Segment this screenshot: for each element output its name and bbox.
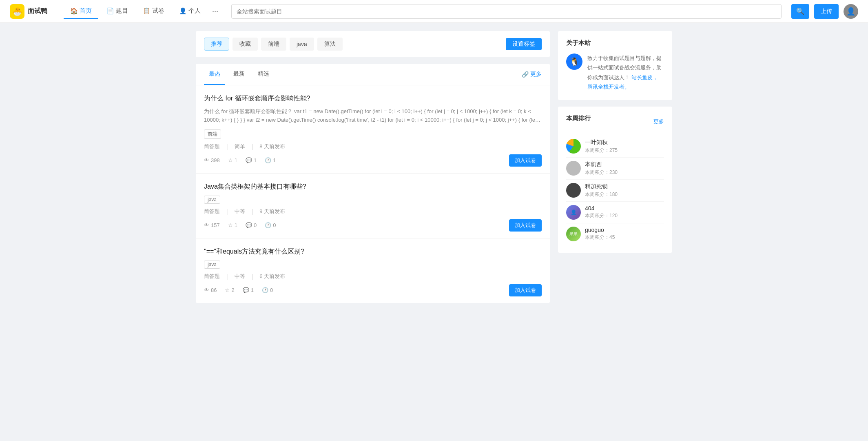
star-stat: ☆ 1: [228, 222, 237, 228]
question-tags: 前端: [204, 129, 542, 139]
rank-name: 一叶知秋: [585, 139, 664, 146]
rank-avatar: 👤: [566, 205, 581, 220]
question-title[interactable]: Java集合类框架的基本接口有哪些?: [204, 182, 542, 192]
tag-collect[interactable]: 收藏: [232, 38, 258, 51]
tab-hot[interactable]: 最热: [204, 64, 225, 85]
clock-icon: 🕐: [262, 287, 268, 293]
tag-algorithm[interactable]: 算法: [317, 38, 343, 51]
nav-item-home[interactable]: 🏠 首页: [64, 4, 98, 19]
about-link-2[interactable]: 腾讯全栈开发者。: [587, 84, 630, 90]
comment-stat: 💬 1: [246, 157, 257, 163]
comment-icon: 💬: [246, 222, 252, 228]
clock-icon: 🕐: [265, 157, 271, 163]
search-icon: 🔍: [796, 7, 804, 15]
about-content: 🐧 致力于收集面试题目与题解，提供一站式面试备战交流服务，助你成为面试达人！ 站…: [566, 53, 664, 92]
question-footer: 👁 86 ☆ 2 💬 1 🕐 0: [204, 284, 542, 296]
set-tags-button[interactable]: 设置标签: [506, 38, 542, 50]
ranking-title: 本周排行: [566, 115, 591, 122]
tags-bar: 推荐 收藏 前端 java 算法 设置标签: [196, 31, 550, 57]
rank-info: 本凯西 本周积分：230: [585, 161, 664, 176]
tag-java[interactable]: java: [290, 38, 314, 51]
about-card: 关于本站 🐧 致力于收集面试题目与题解，提供一站式面试备战交流服务，助你成为面试…: [558, 31, 672, 100]
rank-score: 本周积分：275: [585, 147, 664, 154]
view-stat: 👁 398: [204, 157, 220, 163]
rank-name: 404: [585, 205, 664, 212]
add-to-exam-button[interactable]: 加入试卷: [509, 154, 542, 167]
tag-recommend[interactable]: 推荐: [204, 38, 229, 51]
question-desc: 为什么 for 循环嵌套顺序会影响性能？ var t1 = new Date()…: [204, 107, 542, 125]
upload-button[interactable]: 上传: [814, 4, 839, 19]
tag-frontend[interactable]: 前端: [261, 38, 286, 51]
logo[interactable]: 🐣 面试鸭: [10, 4, 47, 19]
header: 🐣 面试鸭 🏠 首页 📄 题目 📋 试卷 👤 个人 ··· 🔍 上传 👤: [0, 0, 868, 23]
nav-item-exams[interactable]: 📋 试卷: [136, 4, 171, 19]
doc-icon: 📄: [106, 7, 114, 15]
about-link-1[interactable]: 站长鱼皮，: [631, 74, 658, 80]
tab-latest[interactable]: 最新: [228, 64, 250, 85]
rank-item: 👤 404 本周积分：120: [566, 202, 664, 223]
question-tag[interactable]: java: [204, 261, 220, 269]
search-button[interactable]: 🔍: [791, 4, 809, 19]
question-time: 9 天前发布: [259, 208, 285, 215]
file-icon: 📋: [143, 7, 151, 15]
left-panel: 推荐 收藏 前端 java 算法 设置标签 最热 最新 精选 🔗 更多: [196, 31, 550, 303]
rank-name: 稍加死锁: [585, 183, 664, 190]
logo-icon: 🐣: [10, 4, 24, 19]
rank-score: 本周积分：45: [585, 234, 664, 241]
question-stats: 👁 398 ☆ 1 💬 1 🕐 1: [204, 157, 509, 163]
rank-name: guoguo: [585, 227, 664, 233]
question-item: 为什么 for 循环嵌套顺序会影响性能? 为什么 for 循环嵌套顺序会影响性能…: [196, 85, 550, 174]
question-meta: 简答题 | 中等 | 6 天前发布: [204, 273, 542, 280]
rank-avatar: [566, 161, 581, 176]
rank-info: 一叶知秋 本周积分：275: [585, 139, 664, 154]
question-title[interactable]: "=="和equals方法究竟有什么区别?: [204, 247, 542, 256]
comment-icon: 💬: [243, 287, 249, 293]
star-icon: ☆: [225, 287, 230, 293]
rank-score: 本周积分：230: [585, 169, 664, 176]
sub-tabs: 最热 最新 精选 🔗 更多: [196, 64, 550, 85]
question-type: 简答题: [204, 208, 220, 215]
question-difficulty: 中等: [235, 208, 245, 215]
main-nav: 🏠 首页 📄 题目 📋 试卷 👤 个人 ···: [64, 4, 221, 19]
nav-item-questions[interactable]: 📄 题目: [100, 4, 135, 19]
nav-item-personal[interactable]: 👤 个人: [173, 4, 207, 19]
rank-item: 一叶知秋 本周积分：275: [566, 136, 664, 158]
view-stat: 👁 157: [204, 222, 220, 228]
question-meta: 简答题 | 简单 | 8 天前发布: [204, 143, 542, 150]
comment-icon: 💬: [246, 157, 252, 163]
star-stat: ☆ 1: [228, 157, 237, 163]
ranking-more[interactable]: 更多: [653, 118, 664, 125]
site-avatar: 🐧: [566, 53, 582, 70]
add-to-exam-button[interactable]: 加入试卷: [509, 284, 542, 296]
question-item: Java集合类框架的基本接口有哪些? java 简答题 | 中等 | 9 天前发…: [196, 174, 550, 238]
rank-score: 本周积分：120: [585, 212, 664, 219]
user-avatar[interactable]: 👤: [844, 4, 858, 19]
star-icon: ☆: [228, 157, 233, 163]
rank-avatar: [566, 183, 581, 198]
question-stats: 👁 86 ☆ 2 💬 1 🕐 0: [204, 287, 509, 293]
search-input[interactable]: [231, 4, 782, 19]
question-tag[interactable]: 前端: [204, 129, 221, 139]
question-time: 8 天前发布: [259, 143, 285, 150]
question-title[interactable]: 为什么 for 循环嵌套顺序会影响性能?: [204, 94, 542, 103]
rank-avatar: [566, 139, 581, 154]
comment-stat: 💬 1: [243, 287, 254, 293]
bookmark-stat: 🕐 0: [262, 287, 273, 293]
add-to-exam-button[interactable]: 加入试卷: [509, 219, 542, 232]
comment-stat: 💬 0: [246, 222, 257, 228]
rank-avatar: 果果: [566, 227, 581, 241]
content-card: 最热 最新 精选 🔗 更多 为什么 for 循环嵌套顺序会影响性能? 为什么 f…: [196, 64, 550, 303]
rank-info: 稍加死锁 本周积分：180: [585, 183, 664, 198]
eye-icon: 👁: [204, 287, 209, 293]
tab-selected[interactable]: 精选: [253, 64, 274, 85]
rank-name: 本凯西: [585, 161, 664, 168]
header-actions: 🔍 上传 👤: [791, 4, 858, 19]
main-content: 推荐 收藏 前端 java 算法 设置标签 最热 最新 精选 🔗 更多: [189, 23, 679, 311]
question-tag[interactable]: java: [204, 196, 220, 204]
nav-more[interactable]: ···: [209, 4, 221, 19]
link-icon: 🔗: [522, 71, 529, 78]
eye-icon: 👁: [204, 157, 209, 163]
tag-list: 推荐 收藏 前端 java 算法: [204, 38, 506, 51]
view-stat: 👁 86: [204, 287, 217, 293]
more-link[interactable]: 🔗 更多: [522, 71, 542, 78]
